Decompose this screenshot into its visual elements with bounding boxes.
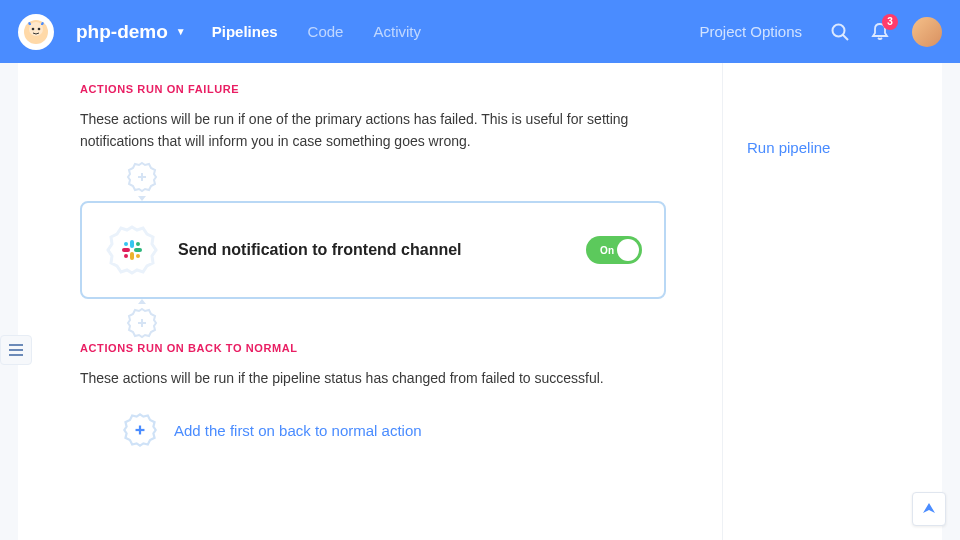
left-gutter xyxy=(0,63,18,540)
project-name-label: php-demo xyxy=(76,21,168,43)
add-plus-icon-wrap xyxy=(118,408,162,452)
list-icon xyxy=(9,344,23,356)
back-to-normal-section: ACTIONS RUN ON BACK TO NORMAL These acti… xyxy=(18,342,722,452)
notification-badge: 3 xyxy=(882,14,898,30)
top-navigation: php-demo ▼ Pipelines Code Activity Proje… xyxy=(0,0,960,63)
svg-point-4 xyxy=(833,24,845,36)
back-to-normal-title: ACTIONS RUN ON BACK TO NORMAL xyxy=(80,342,722,354)
svg-point-17 xyxy=(136,254,140,258)
run-pipeline-link[interactable]: Run pipeline xyxy=(747,139,918,156)
arrow-down-icon xyxy=(138,196,146,201)
action-title: Send notification to frontend channel xyxy=(178,241,586,259)
notifications-button[interactable]: 3 xyxy=(868,20,892,44)
action-card[interactable]: Send notification to frontend channel On xyxy=(80,201,666,299)
project-selector[interactable]: php-demo ▼ xyxy=(76,21,186,43)
nav-code[interactable]: Code xyxy=(308,23,344,40)
svg-point-16 xyxy=(136,242,140,246)
svg-rect-13 xyxy=(130,252,134,260)
svg-rect-12 xyxy=(134,248,142,252)
svg-rect-11 xyxy=(130,240,134,248)
failure-section: ACTIONS RUN ON FAILURE These actions wil… xyxy=(18,83,722,340)
svg-point-3 xyxy=(38,27,41,30)
connector-bottom xyxy=(118,299,166,340)
add-first-action[interactable]: Add the first on back to normal action xyxy=(118,408,722,452)
svg-point-2 xyxy=(32,27,35,30)
svg-line-5 xyxy=(843,35,848,40)
search-icon xyxy=(830,22,850,42)
arrow-up-icon xyxy=(921,501,937,517)
main-content: ACTIONS RUN ON FAILURE These actions wil… xyxy=(18,63,722,540)
nav-activity[interactable]: Activity xyxy=(373,23,421,40)
action-icon-container xyxy=(104,222,160,278)
arrow-up-icon xyxy=(138,299,146,304)
app-logo[interactable] xyxy=(18,14,54,50)
toggle-label: On xyxy=(600,245,614,256)
right-gutter xyxy=(942,63,960,540)
caret-down-icon: ▼ xyxy=(176,26,186,37)
plus-gear-icon xyxy=(121,411,159,449)
side-drag-handle[interactable] xyxy=(0,335,32,365)
svg-rect-14 xyxy=(122,248,130,252)
plus-gear-icon xyxy=(125,160,159,194)
connector-top xyxy=(118,160,166,201)
right-sidebar: Run pipeline xyxy=(722,63,942,540)
svg-point-15 xyxy=(124,242,128,246)
project-options-link[interactable]: Project Options xyxy=(699,23,802,40)
slack-icon xyxy=(120,238,144,262)
svg-point-18 xyxy=(124,254,128,258)
scroll-to-top-button[interactable] xyxy=(912,492,946,526)
add-action-after[interactable] xyxy=(125,306,159,340)
toggle-knob xyxy=(617,239,639,261)
back-to-normal-desc: These actions will be run if the pipelin… xyxy=(80,368,672,390)
add-first-action-label: Add the first on back to normal action xyxy=(174,422,422,439)
failure-section-title: ACTIONS RUN ON FAILURE xyxy=(80,83,722,95)
failure-section-desc: These actions will be run if one of the … xyxy=(80,109,672,152)
user-avatar[interactable] xyxy=(912,17,942,47)
search-button[interactable] xyxy=(828,20,852,44)
nav-pipelines[interactable]: Pipelines xyxy=(212,23,278,40)
plus-gear-icon xyxy=(125,306,159,340)
action-toggle[interactable]: On xyxy=(586,236,642,264)
add-action-before[interactable] xyxy=(125,160,159,194)
